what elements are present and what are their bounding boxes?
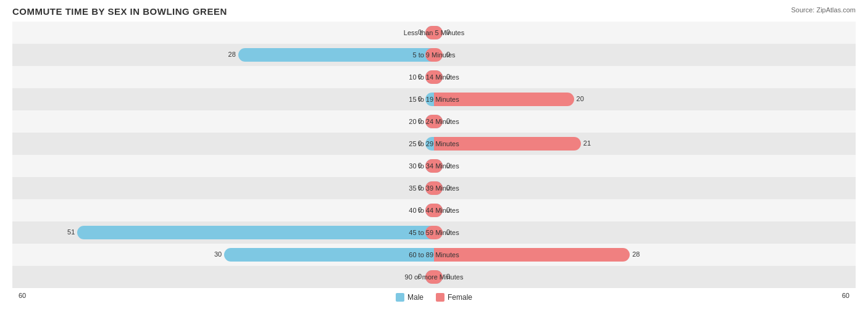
source-text: Source: ZipAtlas.com (791, 6, 856, 14)
value-male: 0 (418, 162, 422, 169)
value-female: 0 (446, 73, 450, 80)
bar-female (425, 226, 443, 239)
bar-female (425, 204, 443, 217)
value-female: 0 (446, 273, 450, 280)
value-female: 21 (583, 139, 591, 147)
legend-male-box (396, 293, 404, 302)
value-male: 0 (418, 73, 422, 80)
value-female: 0 (446, 184, 450, 191)
chart-area: Less than 5 Minutes005 to 9 Minutes28010… (12, 22, 856, 287)
value-male: 0 (418, 28, 422, 36)
bar-female (425, 181, 443, 195)
bar-female (434, 137, 581, 151)
bar-female (434, 93, 574, 106)
value-female: 0 (446, 206, 450, 213)
chart-row: 45 to 59 Minutes510 (12, 221, 856, 244)
value-female: 0 (446, 117, 450, 125)
bar-female (425, 115, 443, 128)
bar-male (224, 248, 434, 262)
value-male: 28 (228, 51, 236, 58)
bar-female (425, 270, 443, 284)
bar-female (434, 248, 630, 262)
value-male: 51 (67, 228, 75, 236)
legend-male: Male (396, 293, 424, 302)
bar-male (77, 226, 434, 239)
value-male: 0 (418, 184, 422, 191)
value-female: 28 (632, 250, 640, 258)
legend-male-label: Male (407, 293, 424, 302)
bar-female (425, 70, 443, 84)
chart-row: 40 to 44 Minutes00 (12, 199, 856, 221)
legend-female-label: Female (448, 293, 472, 302)
chart-row: 30 to 34 Minutes00 (12, 155, 856, 177)
chart-row: 35 to 39 Minutes00 (12, 177, 856, 199)
chart-row: 5 to 9 Minutes280 (12, 44, 856, 66)
value-female: 0 (446, 162, 450, 169)
bar-female (425, 159, 443, 173)
value-male: 0 (418, 95, 422, 102)
value-male: 0 (418, 273, 422, 280)
value-female: 0 (446, 51, 450, 58)
chart-container: COMMUTE TIME BY SEX IN BOWLING GREEN Sou… (0, 0, 868, 322)
legend: Male Female (396, 293, 472, 302)
chart-row: 15 to 19 Minutes020 (12, 88, 856, 110)
chart-row: 20 to 24 Minutes00 (12, 110, 856, 133)
legend-female-box (436, 293, 444, 302)
bar-female (425, 26, 443, 39)
chart-row: 25 to 29 Minutes021 (12, 133, 856, 155)
chart-row: 10 to 14 Minutes00 (12, 66, 856, 88)
axis-right-label: 60 (842, 292, 849, 299)
value-female: 20 (577, 95, 584, 102)
chart-title: COMMUTE TIME BY SEX IN BOWLING GREEN (12, 6, 856, 17)
chart-row: 90 or more Minutes00 (12, 266, 856, 288)
value-male: 30 (214, 250, 222, 258)
value-female: 0 (446, 28, 450, 36)
value-male: 0 (418, 139, 422, 147)
bar-female (425, 48, 443, 62)
legend-female: Female (436, 293, 472, 302)
chart-row: Less than 5 Minutes00 (12, 22, 856, 44)
chart-row: 60 to 89 Minutes3028 (12, 244, 856, 266)
axis-left-label: 60 (19, 292, 26, 299)
value-female: 0 (446, 228, 450, 236)
value-male: 0 (418, 206, 422, 213)
bar-male (238, 48, 434, 62)
value-male: 0 (418, 117, 422, 125)
